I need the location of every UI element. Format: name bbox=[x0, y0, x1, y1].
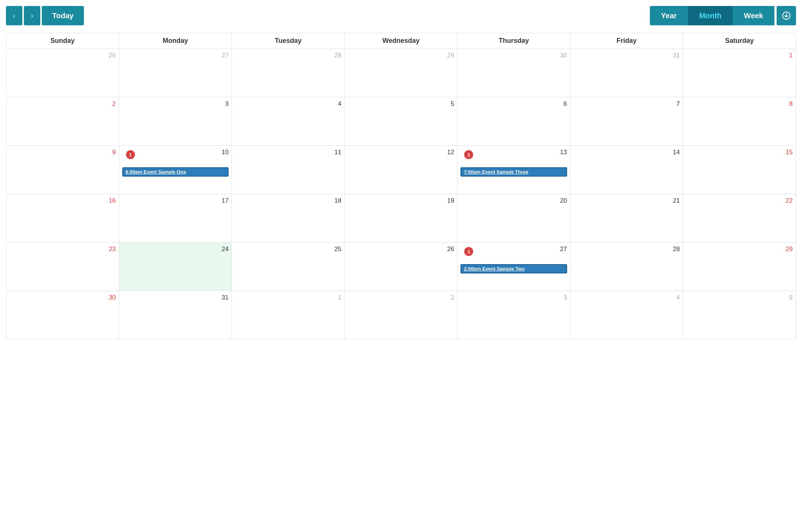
day-number: 23 bbox=[9, 245, 116, 254]
calendar-day-cell[interactable]: 5 bbox=[683, 291, 796, 339]
toolbar-left: ‹ › Today bbox=[6, 6, 84, 25]
calendar-day-cell[interactable]: 5 bbox=[345, 97, 457, 146]
calendar-day-cell[interactable]: 26 bbox=[345, 243, 457, 291]
download-icon bbox=[782, 12, 790, 20]
calendar-day-cell[interactable]: 3 bbox=[457, 291, 570, 339]
week-view-button[interactable]: Week bbox=[733, 6, 774, 25]
day-header-wednesday: Wednesday bbox=[345, 33, 457, 49]
day-cell-inner: 8 bbox=[686, 99, 793, 143]
calendar-day-cell[interactable]: 18 bbox=[232, 194, 345, 243]
calendar-day-cell[interactable]: 2 bbox=[345, 291, 457, 339]
day-cell-inner: 1 bbox=[686, 51, 793, 95]
calendar-day-cell[interactable]: 4 bbox=[570, 291, 683, 339]
calendar-day-cell[interactable]: 8 bbox=[683, 97, 796, 146]
day-number: 1 bbox=[235, 293, 342, 302]
calendar-day-cell[interactable]: 14 bbox=[570, 146, 683, 194]
calendar-day-cell[interactable]: 16 bbox=[6, 194, 119, 243]
calendar-day-cell[interactable]: 12 bbox=[345, 146, 457, 194]
day-cell-inner: 23 bbox=[9, 245, 116, 288]
calendar-day-cell[interactable]: 7 bbox=[570, 97, 683, 146]
day-number: 24 bbox=[122, 245, 229, 254]
day-number: 29 bbox=[348, 51, 455, 60]
day-number: 14 bbox=[573, 148, 680, 157]
calendar-day-cell[interactable]: 26 bbox=[6, 49, 119, 97]
calendar-day-cell[interactable]: 21 bbox=[570, 194, 683, 243]
calendar-day-cell[interactable]: 30 bbox=[457, 49, 570, 97]
calendar-day-cell[interactable]: 1018:00am Event Sample One bbox=[119, 146, 232, 194]
calendar-day-cell[interactable]: 24 bbox=[119, 243, 232, 291]
day-cell-inner: 31 bbox=[573, 51, 680, 95]
day-number: 11 bbox=[235, 148, 342, 157]
day-number: 31 bbox=[122, 293, 229, 302]
calendar-day-cell[interactable]: 9 bbox=[6, 146, 119, 194]
calendar-header-row: SundayMondayTuesdayWednesdayThursdayFrid… bbox=[6, 33, 796, 49]
day-cell-inner: 26 bbox=[348, 245, 455, 288]
month-view-button[interactable]: Month bbox=[688, 6, 733, 25]
day-cell-inner: 30 bbox=[460, 51, 567, 95]
day-number: 29 bbox=[686, 245, 793, 254]
day-header-tuesday: Tuesday bbox=[232, 33, 345, 49]
download-button[interactable] bbox=[777, 6, 796, 25]
prev-button[interactable]: ‹ bbox=[6, 6, 22, 25]
calendar-day-cell[interactable]: 30 bbox=[6, 291, 119, 339]
calendar-day-cell[interactable]: 1 bbox=[683, 49, 796, 97]
calendar-day-cell[interactable]: 15 bbox=[683, 146, 796, 194]
today-button[interactable]: Today bbox=[42, 6, 84, 25]
event-count-badge: 1 bbox=[126, 150, 135, 159]
calendar-day-cell[interactable]: 19 bbox=[345, 194, 457, 243]
calendar-day-cell[interactable]: 27 bbox=[119, 49, 232, 97]
calendar-day-cell[interactable]: 2712:00pm Event Sample Two bbox=[457, 243, 570, 291]
day-number: 2 bbox=[348, 293, 455, 302]
calendar-event[interactable]: 8:00am Event Sample One bbox=[122, 167, 229, 177]
day-cell-inner: 1317:00am Event Sample Three bbox=[460, 148, 567, 191]
calendar-day-cell[interactable]: 28 bbox=[232, 49, 345, 97]
day-cell-inner: 2 bbox=[9, 99, 116, 143]
calendar-day-cell[interactable]: 29 bbox=[683, 243, 796, 291]
day-number: 10 bbox=[122, 148, 229, 157]
day-cell-inner: 5 bbox=[348, 99, 455, 143]
day-header-thursday: Thursday bbox=[457, 33, 570, 49]
day-number: 16 bbox=[9, 196, 116, 205]
day-number: 20 bbox=[460, 196, 567, 205]
calendar-day-cell[interactable]: 31 bbox=[119, 291, 232, 339]
day-number: 18 bbox=[235, 196, 342, 205]
day-cell-inner: 6 bbox=[460, 99, 567, 143]
year-view-button[interactable]: Year bbox=[650, 6, 688, 25]
toolbar-right: Year Month Week bbox=[650, 6, 796, 25]
calendar-day-cell[interactable]: 2 bbox=[6, 97, 119, 146]
calendar-day-cell[interactable]: 1317:00am Event Sample Three bbox=[457, 146, 570, 194]
calendar-day-cell[interactable]: 23 bbox=[6, 243, 119, 291]
day-number: 31 bbox=[573, 51, 680, 60]
day-cell-inner: 11 bbox=[235, 148, 342, 191]
day-number: 9 bbox=[9, 148, 116, 157]
day-number: 1 bbox=[686, 51, 793, 60]
calendar-event[interactable]: 2:00pm Event Sample Two bbox=[460, 264, 567, 273]
day-header-sunday: Sunday bbox=[6, 33, 119, 49]
calendar-day-cell[interactable]: 1 bbox=[232, 291, 345, 339]
day-cell-inner: 3 bbox=[122, 99, 229, 143]
day-cell-inner: 27 bbox=[122, 51, 229, 95]
day-number: 26 bbox=[9, 51, 116, 60]
day-cell-inner: 22 bbox=[686, 196, 793, 240]
day-cell-inner: 7 bbox=[573, 99, 680, 143]
calendar-week-row: 16171819202122 bbox=[6, 194, 796, 243]
calendar-day-cell[interactable]: 4 bbox=[232, 97, 345, 146]
calendar-day-cell[interactable]: 29 bbox=[345, 49, 457, 97]
calendar-event[interactable]: 7:00am Event Sample Three bbox=[460, 167, 567, 177]
calendar-day-cell[interactable]: 25 bbox=[232, 243, 345, 291]
day-cell-inner: 15 bbox=[686, 148, 793, 191]
calendar-day-cell[interactable]: 3 bbox=[119, 97, 232, 146]
next-button[interactable]: › bbox=[24, 6, 40, 25]
calendar-day-cell[interactable]: 17 bbox=[119, 194, 232, 243]
calendar-day-cell[interactable]: 11 bbox=[232, 146, 345, 194]
day-number: 27 bbox=[122, 51, 229, 60]
calendar-day-cell[interactable]: 22 bbox=[683, 194, 796, 243]
day-cell-inner: 2 bbox=[348, 293, 455, 337]
calendar-day-cell[interactable]: 6 bbox=[457, 97, 570, 146]
calendar-day-cell[interactable]: 28 bbox=[570, 243, 683, 291]
day-cell-inner: 14 bbox=[573, 148, 680, 191]
calendar-week-row: 91018:00am Event Sample One11121317:00am… bbox=[6, 146, 796, 194]
calendar-day-cell[interactable]: 20 bbox=[457, 194, 570, 243]
calendar-day-cell[interactable]: 31 bbox=[570, 49, 683, 97]
day-number: 25 bbox=[235, 245, 342, 254]
